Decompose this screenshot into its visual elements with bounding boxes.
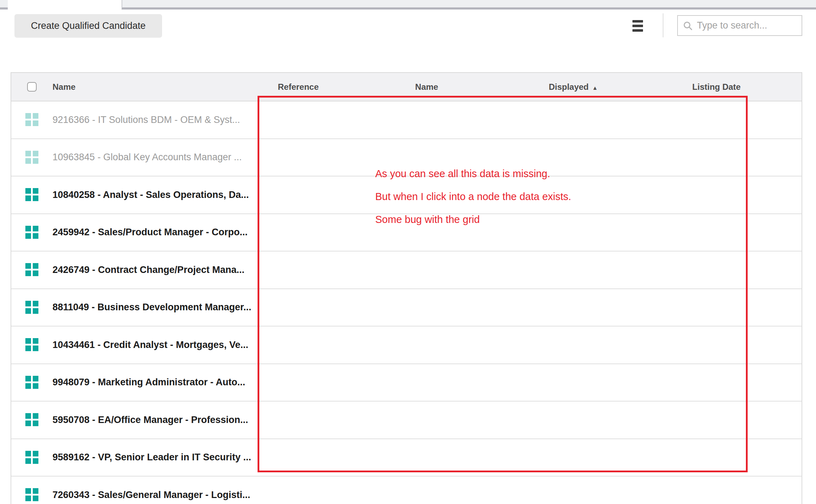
grid-icon-square: [25, 488, 31, 494]
annotation-line-1: As you can see all this data is missing.: [375, 168, 550, 179]
grid-icon-square: [25, 158, 31, 164]
row-icon-cell: [11, 413, 43, 427]
grid-icon-square: [33, 376, 38, 381]
row-icon-cell: [11, 151, 43, 164]
grid-icon-square: [25, 270, 31, 276]
inactive-tab-area[interactable]: [122, 0, 816, 10]
row-name-text[interactable]: 10434461 - Credit Analyst - Mortgages, V…: [43, 340, 258, 350]
row-icon-cell: [11, 301, 43, 314]
grid-icon-square: [25, 226, 31, 231]
column-header-name-2[interactable]: Name: [338, 82, 515, 92]
table-body: 9216366 - IT Solutions BDM - OEM & Syst.…: [11, 101, 802, 504]
grid-icon-square: [33, 188, 38, 194]
table-row[interactable]: 10434461 - Credit Analyst - Mortgages, V…: [11, 326, 802, 364]
page: Create Qualified Candidate Name Referenc…: [0, 0, 816, 504]
row-name-text[interactable]: 5950708 - EA/Office Manager - Profession…: [43, 415, 258, 425]
row-icon-cell: [11, 263, 43, 276]
candidates-table: Name Reference Name Displayed▲ Listing D…: [11, 72, 802, 504]
table-row[interactable]: 7260343 - Sales/General Manager - Logist…: [11, 477, 802, 504]
row-name-text[interactable]: 2459942 - Sales/Product Manager - Corpo.…: [43, 227, 258, 238]
search-box[interactable]: [677, 15, 802, 36]
hamburger-bar: [632, 25, 643, 27]
grid-icon-square: [33, 338, 38, 344]
column-header-reference[interactable]: Reference: [258, 82, 338, 92]
grid-icon-square: [33, 195, 38, 201]
hamburger-bar: [632, 29, 643, 32]
grid-icon-square: [25, 113, 31, 119]
search-input[interactable]: [696, 20, 802, 31]
table-header-row: Name Reference Name Displayed▲ Listing D…: [11, 72, 802, 101]
table-row[interactable]: 8811049 - Business Development Manager..…: [11, 289, 802, 327]
table-row[interactable]: 9589162 - VP, Senior Leader in IT Securi…: [11, 439, 802, 477]
grid-icon: [25, 188, 39, 201]
hamburger-menu-icon[interactable]: [632, 20, 643, 32]
annotation-line-2: But when I click into a node the data ex…: [375, 191, 571, 202]
grid-icon: [25, 151, 39, 164]
row-name-text[interactable]: 9589162 - VP, Senior Leader in IT Securi…: [43, 452, 258, 463]
grid-icon-square: [25, 376, 31, 381]
grid-icon-square: [33, 226, 38, 231]
row-name-text[interactable]: 8811049 - Business Development Manager..…: [43, 302, 258, 313]
grid-icon-square: [25, 301, 31, 306]
top-tab-strip: [0, 0, 816, 10]
search-icon: [683, 21, 693, 31]
annotation-line-3: Some bug with the grid: [375, 214, 480, 225]
column-header-listing-date[interactable]: Listing Date: [631, 82, 802, 92]
grid-icon-square: [33, 413, 38, 419]
hamburger-bar: [632, 20, 643, 23]
row-name-text[interactable]: 7260343 - Sales/General Manager - Logist…: [43, 490, 258, 500]
create-qualified-candidate-button[interactable]: Create Qualified Candidate: [14, 14, 162, 38]
grid-icon-square: [33, 233, 38, 239]
grid-icon: [25, 263, 39, 276]
grid-icon-square: [33, 496, 38, 501]
grid-icon-square: [25, 188, 31, 194]
grid-icon-square: [25, 496, 31, 501]
grid-icon-square: [33, 451, 38, 456]
column-header-displayed-label: Displayed: [549, 82, 588, 92]
table-row[interactable]: 5950708 - EA/Office Manager - Profession…: [11, 402, 802, 439]
grid-icon: [25, 301, 39, 314]
grid-icon-square: [25, 263, 31, 269]
grid-icon-square: [33, 346, 38, 351]
row-name-text[interactable]: 10963845 - Global Key Accounts Manager .…: [43, 152, 258, 163]
toolbar-divider: [663, 13, 663, 37]
column-header-name[interactable]: Name: [43, 82, 258, 92]
row-name-text[interactable]: 9216366 - IT Solutions BDM - OEM & Syst.…: [43, 114, 258, 125]
table-row[interactable]: 9216366 - IT Solutions BDM - OEM & Syst.…: [11, 101, 802, 139]
grid-icon-square: [25, 233, 31, 239]
grid-icon: [25, 376, 39, 389]
row-icon-cell: [11, 113, 43, 126]
active-tab-area[interactable]: [8, 0, 122, 10]
row-icon-cell: [11, 188, 43, 201]
grid-icon-square: [25, 195, 31, 201]
grid-icon-square: [25, 308, 31, 314]
grid-icon-square: [25, 458, 31, 464]
row-name-text[interactable]: 9948079 - Marketing Administrator - Auto…: [43, 377, 258, 388]
row-name-text[interactable]: 10840258 - Analyst - Sales Operations, D…: [43, 189, 258, 200]
grid-icon: [25, 338, 39, 351]
column-header-displayed[interactable]: Displayed▲: [515, 82, 631, 92]
grid-icon-square: [33, 421, 38, 426]
tab-strip-left-chip: [0, 0, 8, 10]
grid-icon: [25, 488, 39, 502]
grid-icon-square: [25, 151, 31, 156]
grid-icon-square: [25, 421, 31, 426]
select-all-cell: [11, 82, 43, 92]
grid-icon-square: [25, 338, 31, 344]
grid-icon-square: [33, 158, 38, 164]
row-icon-cell: [11, 451, 43, 464]
row-icon-cell: [11, 226, 43, 239]
grid-icon-square: [33, 301, 38, 306]
grid-icon-square: [33, 113, 38, 119]
grid-icon-square: [33, 458, 38, 464]
grid-icon-square: [33, 488, 38, 494]
row-name-text[interactable]: 2426749 - Contract Change/Project Mana..…: [43, 265, 258, 275]
select-all-checkbox[interactable]: [27, 82, 37, 92]
grid-icon-square: [33, 120, 38, 126]
grid-icon-square: [33, 151, 38, 156]
grid-icon-square: [25, 451, 31, 456]
table-row[interactable]: 2426749 - Contract Change/Project Mana..…: [11, 251, 802, 289]
grid-icon: [25, 451, 39, 464]
grid-icon-square: [25, 383, 31, 389]
table-row[interactable]: 9948079 - Marketing Administrator - Auto…: [11, 364, 802, 402]
